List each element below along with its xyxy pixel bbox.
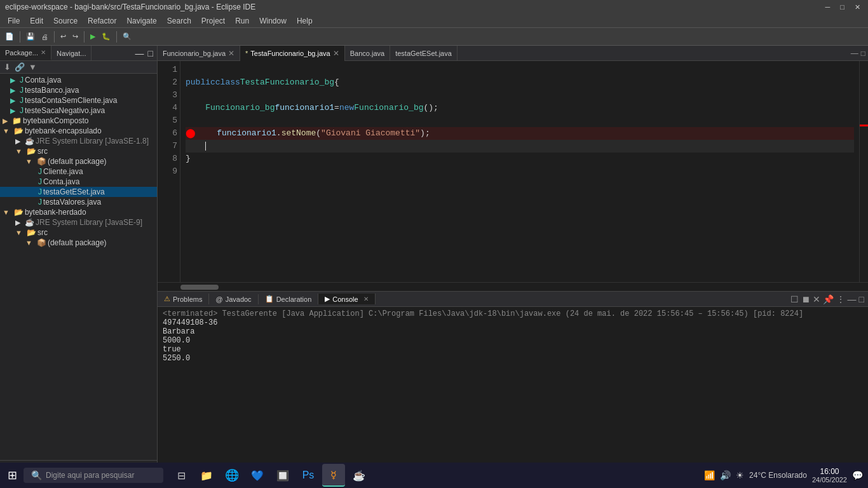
taskbar-item-taskview[interactable]: ⊟ bbox=[170, 464, 193, 487]
btab-console[interactable]: ▶ Console ✕ bbox=[318, 294, 375, 304]
toolbar-save[interactable]: 💾 bbox=[24, 31, 37, 42]
menu-project[interactable]: Project bbox=[196, 15, 230, 27]
stop-icon[interactable]: ⏹ bbox=[801, 294, 810, 304]
toolbar-run[interactable]: ▶ bbox=[88, 31, 98, 42]
taskbar-item-java[interactable]: ☕ bbox=[348, 464, 370, 487]
code-editor: 1 2 3 4 5 6 7 8 9 public class bbox=[158, 61, 868, 282]
system-clock[interactable]: 16:00 24/05/2022 bbox=[812, 467, 847, 484]
taskbar-item-explorer[interactable]: 📁 bbox=[195, 464, 218, 487]
notification-icon[interactable]: 💬 bbox=[852, 470, 863, 480]
code-content[interactable]: public class TestaFuncionario_bg { Funci… bbox=[180, 61, 859, 282]
tab-testa-funcionario[interactable]: * TestaFuncionario_bg.java ✕ bbox=[240, 46, 345, 61]
tree-item-testesacaneg[interactable]: ▶ J testeSacaNegativo.java bbox=[0, 105, 157, 116]
editor-maximize-icon[interactable]: □ bbox=[861, 49, 865, 58]
tree-item-jre1[interactable]: ▶ ☕ JRE System Library [JavaSE-1.8] bbox=[0, 136, 157, 146]
console-pin-icon[interactable]: 📌 bbox=[823, 294, 834, 304]
sidebar-tab-packages[interactable]: Package... ✕ bbox=[0, 46, 51, 60]
tree-item-cliente[interactable]: J Cliente.java bbox=[0, 166, 157, 177]
console-more-icon[interactable]: ⋮ bbox=[836, 294, 845, 304]
tree-item-default-pkg2[interactable]: ▼ 📦 (default package) bbox=[0, 238, 157, 248]
taskview-icon: ⊟ bbox=[177, 470, 186, 482]
menu-search[interactable]: Search bbox=[162, 15, 196, 27]
volume-icon[interactable]: 🔊 bbox=[720, 470, 731, 480]
bottom-maximize-icon[interactable]: □ bbox=[859, 294, 864, 304]
btab-declaration[interactable]: 📋 Declaration bbox=[259, 294, 319, 304]
tree-item-testaconta[interactable]: ▶ J testaContaSemCliente.java bbox=[0, 95, 157, 105]
cursor bbox=[205, 142, 206, 151]
toolbar-undo[interactable]: ↩ bbox=[58, 31, 69, 42]
tree-item-bytebank-encapsulado[interactable]: ▼ 📂 bytebank-encapsulado bbox=[0, 126, 157, 136]
toolbar-sep4 bbox=[116, 31, 117, 43]
console-output-5: 5250.0 bbox=[163, 354, 863, 363]
toolbar-debug[interactable]: 🐛 bbox=[99, 31, 113, 42]
sidebar-minimize-icon[interactable]: — bbox=[134, 48, 146, 58]
tab-testageteset[interactable]: testaGetESet.java bbox=[390, 46, 458, 61]
tree-item-bytebank-herdado[interactable]: ▼ 📂 bytebank-herdado bbox=[0, 207, 157, 217]
sidebar-tab-navigator[interactable]: Navigat... bbox=[51, 46, 92, 60]
sidebar-menu-icon[interactable]: ▼ bbox=[27, 62, 38, 72]
menu-navigate[interactable]: Navigate bbox=[121, 15, 161, 27]
sidebar-action-buttons: ⬇ 🔗 ▼ bbox=[3, 62, 38, 72]
navigator-tab-label: Navigat... bbox=[57, 50, 86, 57]
tab-close-testa[interactable]: ✕ bbox=[333, 49, 339, 58]
tree-item-bytebank-composto[interactable]: ▶ 📁 bytebankComposto bbox=[0, 116, 157, 126]
tab-banco[interactable]: Banco.java bbox=[345, 46, 390, 61]
maximize-button[interactable]: □ bbox=[837, 3, 847, 11]
close-button[interactable]: ✕ bbox=[852, 3, 863, 11]
editor-tab-actions: — □ bbox=[851, 49, 868, 58]
btab-problems[interactable]: ⚠ Problems bbox=[158, 294, 209, 304]
menu-file[interactable]: File bbox=[3, 15, 25, 27]
tree-item-conta2[interactable]: J Conta.java bbox=[0, 177, 157, 187]
title-bar: eclipse-workspace - bagi-bank/src/TestaF… bbox=[0, 0, 868, 14]
menu-run[interactable]: Run bbox=[230, 15, 254, 27]
network-icon[interactable]: 📶 bbox=[704, 470, 715, 480]
menu-refactor[interactable]: Refactor bbox=[83, 15, 121, 27]
start-button[interactable]: ⊞ bbox=[5, 466, 20, 485]
menu-window[interactable]: Window bbox=[254, 15, 292, 27]
tree-item-jre2[interactable]: ▶ ☕ JRE System Library [JavaSE-9] bbox=[0, 217, 157, 227]
sidebar-maximize-icon[interactable]: □ bbox=[147, 48, 154, 58]
clear-console-icon[interactable]: ☐ bbox=[790, 294, 799, 304]
kw-class: class bbox=[215, 76, 240, 89]
tree-item-default-pkg1[interactable]: ▼ 📦 (default package) bbox=[0, 156, 157, 166]
toolbar-search[interactable]: 🔍 bbox=[120, 31, 134, 42]
minimize-button[interactable]: ─ bbox=[823, 3, 833, 11]
bottom-minimize-icon[interactable]: — bbox=[848, 294, 857, 304]
code-line-7 bbox=[186, 140, 854, 152]
taskbar-item-eclipse[interactable]: ☿ bbox=[322, 464, 345, 487]
editor-minimize-icon[interactable]: — bbox=[851, 49, 858, 58]
toolbar-sep3 bbox=[84, 31, 85, 43]
toolbar-print[interactable]: 🖨 bbox=[39, 32, 51, 42]
taskbar-search-box[interactable]: 🔍 Digite aqui para pesquisar bbox=[24, 468, 163, 483]
jre-icon-1: ▶ bbox=[15, 137, 20, 146]
editor-hscroll[interactable] bbox=[158, 282, 868, 291]
tree-item-testavalores[interactable]: J testaValores.java bbox=[0, 197, 157, 207]
tree-item-src2[interactable]: ▼ 📂 src bbox=[0, 227, 157, 238]
collapse-all-icon[interactable]: ⬇ bbox=[3, 62, 12, 72]
close-console-icon[interactable]: ✕ bbox=[813, 294, 820, 304]
package-explorer-close[interactable]: ✕ bbox=[41, 49, 46, 56]
hscroll-thumb[interactable] bbox=[180, 285, 219, 290]
tree-item-src1[interactable]: ▼ 📂 src bbox=[0, 146, 157, 156]
taskbar-item-photoshop[interactable]: Ps bbox=[297, 464, 320, 487]
taskbar-item-db[interactable]: 🔲 bbox=[271, 464, 294, 487]
btab-javadoc[interactable]: @ Javadoc bbox=[209, 294, 258, 304]
line-num-8: 8 bbox=[160, 152, 177, 165]
explorer-icon: 📁 bbox=[200, 470, 213, 482]
console-close-icon[interactable]: ✕ bbox=[363, 295, 369, 302]
link-editor-icon[interactable]: 🔗 bbox=[13, 62, 26, 72]
tree-item-conta-java[interactable]: ▶ J Conta.java bbox=[0, 75, 157, 85]
menu-edit[interactable]: Edit bbox=[25, 15, 48, 27]
menu-help[interactable]: Help bbox=[292, 15, 318, 27]
taskbar-item-vscode[interactable]: 💙 bbox=[246, 464, 269, 487]
tree-item-testageteset[interactable]: J testaGetESet.java bbox=[0, 187, 157, 197]
menu-source[interactable]: Source bbox=[48, 15, 83, 27]
toolbar-redo[interactable]: ↪ bbox=[70, 31, 81, 42]
taskbar-item-chrome[interactable]: 🌐 bbox=[220, 464, 243, 487]
tab-funcionario-bg[interactable]: Funcionario_bg.java ✕ bbox=[158, 46, 240, 61]
vscode-icon: 💙 bbox=[251, 470, 264, 482]
tree-item-testabanco[interactable]: ▶ J testaBanco.java bbox=[0, 85, 157, 95]
toolbar-new[interactable]: 📄 bbox=[3, 31, 17, 42]
tab-close-funcionario[interactable]: ✕ bbox=[228, 49, 234, 58]
editor-tabs: Funcionario_bg.java ✕ * TestaFuncionario… bbox=[158, 46, 868, 61]
